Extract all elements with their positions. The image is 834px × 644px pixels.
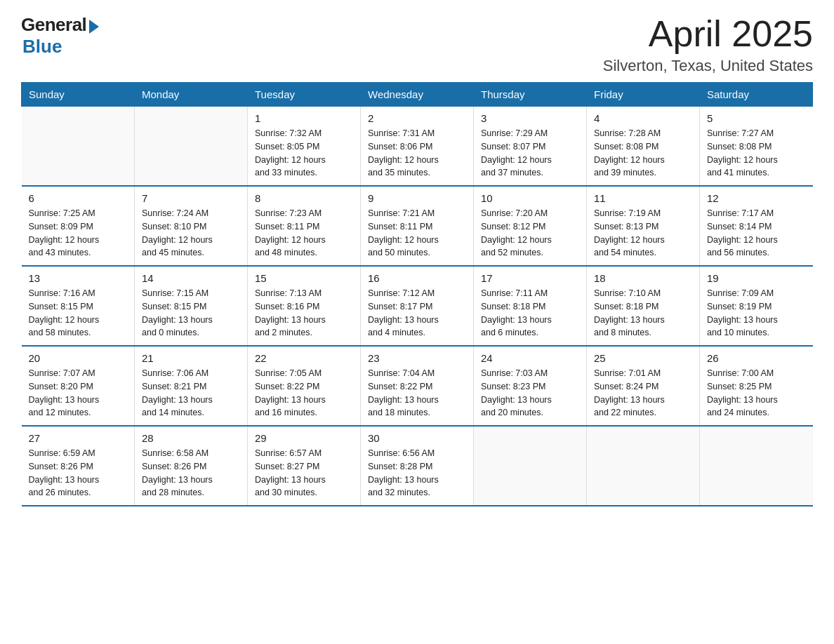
day-number: 8 [255, 192, 353, 204]
calendar-day-cell: 26Sunrise: 7:00 AM Sunset: 8:25 PM Dayli… [700, 346, 813, 426]
day-number: 12 [707, 192, 806, 204]
calendar-day-cell: 15Sunrise: 7:13 AM Sunset: 8:16 PM Dayli… [248, 266, 361, 346]
day-info: Sunrise: 7:21 AM Sunset: 8:11 PM Dayligh… [368, 207, 466, 260]
calendar-day-cell: 7Sunrise: 7:24 AM Sunset: 8:10 PM Daylig… [135, 186, 248, 266]
day-number: 15 [255, 272, 353, 284]
day-number: 19 [707, 272, 806, 284]
day-info: Sunrise: 6:58 AM Sunset: 8:26 PM Dayligh… [142, 447, 240, 499]
month-title: April 2025 [603, 14, 813, 54]
day-number: 23 [368, 352, 466, 364]
day-info: Sunrise: 7:28 AM Sunset: 8:08 PM Dayligh… [594, 127, 692, 180]
calendar-day-cell [700, 426, 813, 506]
day-number: 1 [255, 112, 353, 124]
calendar-day-cell: 21Sunrise: 7:06 AM Sunset: 8:21 PM Dayli… [135, 346, 248, 426]
calendar-day-cell: 16Sunrise: 7:12 AM Sunset: 8:17 PM Dayli… [361, 266, 474, 346]
calendar-week-row: 13Sunrise: 7:16 AM Sunset: 8:15 PM Dayli… [22, 266, 813, 346]
day-info: Sunrise: 7:01 AM Sunset: 8:24 PM Dayligh… [594, 367, 692, 420]
calendar-day-cell: 23Sunrise: 7:04 AM Sunset: 8:22 PM Dayli… [361, 346, 474, 426]
day-number: 29 [255, 432, 353, 444]
day-number: 24 [481, 352, 579, 364]
calendar-day-cell: 30Sunrise: 6:56 AM Sunset: 8:28 PM Dayli… [361, 426, 474, 506]
calendar-day-cell: 10Sunrise: 7:20 AM Sunset: 8:12 PM Dayli… [474, 186, 587, 266]
calendar-header-cell: Sunday [22, 83, 135, 107]
calendar-week-row: 27Sunrise: 6:59 AM Sunset: 8:26 PM Dayli… [22, 426, 813, 506]
day-info: Sunrise: 7:19 AM Sunset: 8:13 PM Dayligh… [594, 207, 692, 260]
calendar-day-cell [587, 426, 700, 506]
day-info: Sunrise: 7:13 AM Sunset: 8:16 PM Dayligh… [255, 287, 353, 340]
calendar-day-cell: 2Sunrise: 7:31 AM Sunset: 8:06 PM Daylig… [361, 107, 474, 187]
calendar-day-cell: 19Sunrise: 7:09 AM Sunset: 8:19 PM Dayli… [700, 266, 813, 346]
calendar-day-cell [135, 107, 248, 187]
day-info: Sunrise: 7:24 AM Sunset: 8:10 PM Dayligh… [142, 207, 240, 260]
calendar-day-cell: 12Sunrise: 7:17 AM Sunset: 8:14 PM Dayli… [700, 186, 813, 266]
day-info: Sunrise: 7:03 AM Sunset: 8:23 PM Dayligh… [481, 367, 579, 420]
day-info: Sunrise: 7:25 AM Sunset: 8:09 PM Dayligh… [29, 207, 128, 260]
day-number: 6 [29, 192, 128, 204]
calendar-day-cell: 20Sunrise: 7:07 AM Sunset: 8:20 PM Dayli… [22, 346, 135, 426]
calendar-header-cell: Wednesday [361, 83, 474, 107]
day-info: Sunrise: 7:07 AM Sunset: 8:20 PM Dayligh… [29, 367, 128, 420]
day-number: 22 [255, 352, 353, 364]
calendar-day-cell: 5Sunrise: 7:27 AM Sunset: 8:08 PM Daylig… [700, 107, 813, 187]
day-number: 4 [594, 112, 692, 124]
calendar-day-cell: 3Sunrise: 7:29 AM Sunset: 8:07 PM Daylig… [474, 107, 587, 187]
day-info: Sunrise: 6:56 AM Sunset: 8:28 PM Dayligh… [368, 447, 466, 499]
day-number: 26 [707, 352, 806, 364]
calendar-day-cell: 29Sunrise: 6:57 AM Sunset: 8:27 PM Dayli… [248, 426, 361, 506]
day-number: 18 [594, 272, 692, 284]
calendar-week-row: 1Sunrise: 7:32 AM Sunset: 8:05 PM Daylig… [22, 107, 813, 187]
day-number: 7 [142, 192, 240, 204]
day-number: 17 [481, 272, 579, 284]
day-number: 9 [368, 192, 466, 204]
day-info: Sunrise: 7:20 AM Sunset: 8:12 PM Dayligh… [481, 207, 579, 260]
logo-arrow-icon [89, 20, 99, 34]
day-info: Sunrise: 7:04 AM Sunset: 8:22 PM Dayligh… [368, 367, 466, 420]
calendar-week-row: 20Sunrise: 7:07 AM Sunset: 8:20 PM Dayli… [22, 346, 813, 426]
calendar-header: SundayMondayTuesdayWednesdayThursdayFrid… [22, 83, 813, 107]
day-number: 21 [142, 352, 240, 364]
calendar-week-row: 6Sunrise: 7:25 AM Sunset: 8:09 PM Daylig… [22, 186, 813, 266]
day-number: 13 [29, 272, 128, 284]
day-info: Sunrise: 7:06 AM Sunset: 8:21 PM Dayligh… [142, 367, 240, 420]
calendar-header-cell: Tuesday [248, 83, 361, 107]
day-info: Sunrise: 7:27 AM Sunset: 8:08 PM Dayligh… [707, 127, 806, 180]
day-info: Sunrise: 7:29 AM Sunset: 8:07 PM Dayligh… [481, 127, 579, 180]
calendar-body: 1Sunrise: 7:32 AM Sunset: 8:05 PM Daylig… [22, 107, 813, 507]
day-info: Sunrise: 6:59 AM Sunset: 8:26 PM Dayligh… [29, 447, 128, 499]
day-info: Sunrise: 7:05 AM Sunset: 8:22 PM Dayligh… [255, 367, 353, 420]
calendar-day-cell: 18Sunrise: 7:10 AM Sunset: 8:18 PM Dayli… [587, 266, 700, 346]
day-info: Sunrise: 7:32 AM Sunset: 8:05 PM Dayligh… [255, 127, 353, 180]
day-number: 25 [594, 352, 692, 364]
calendar-header-cell: Saturday [700, 83, 813, 107]
calendar-day-cell: 25Sunrise: 7:01 AM Sunset: 8:24 PM Dayli… [587, 346, 700, 426]
day-info: Sunrise: 6:57 AM Sunset: 8:27 PM Dayligh… [255, 447, 353, 499]
logo-blue-text: Blue [22, 36, 62, 58]
page-header: General Blue April 2025 Silverton, Texas… [21, 14, 813, 75]
calendar-day-cell [474, 426, 587, 506]
calendar-day-cell: 4Sunrise: 7:28 AM Sunset: 8:08 PM Daylig… [587, 107, 700, 187]
location-title: Silverton, Texas, United States [603, 57, 813, 75]
calendar-day-cell: 14Sunrise: 7:15 AM Sunset: 8:15 PM Dayli… [135, 266, 248, 346]
day-number: 30 [368, 432, 466, 444]
day-number: 2 [368, 112, 466, 124]
calendar-day-cell: 22Sunrise: 7:05 AM Sunset: 8:22 PM Dayli… [248, 346, 361, 426]
day-info: Sunrise: 7:11 AM Sunset: 8:18 PM Dayligh… [481, 287, 579, 340]
title-section: April 2025 Silverton, Texas, United Stat… [603, 14, 813, 75]
day-number: 11 [594, 192, 692, 204]
day-info: Sunrise: 7:17 AM Sunset: 8:14 PM Dayligh… [707, 207, 806, 260]
logo: General Blue [21, 14, 99, 58]
calendar-day-cell: 11Sunrise: 7:19 AM Sunset: 8:13 PM Dayli… [587, 186, 700, 266]
day-info: Sunrise: 7:31 AM Sunset: 8:06 PM Dayligh… [368, 127, 466, 180]
calendar-table: SundayMondayTuesdayWednesdayThursdayFrid… [21, 82, 813, 507]
calendar-day-cell: 27Sunrise: 6:59 AM Sunset: 8:26 PM Dayli… [22, 426, 135, 506]
day-number: 20 [29, 352, 128, 364]
calendar-day-cell: 17Sunrise: 7:11 AM Sunset: 8:18 PM Dayli… [474, 266, 587, 346]
calendar-header-row: SundayMondayTuesdayWednesdayThursdayFrid… [22, 83, 813, 107]
calendar-day-cell: 24Sunrise: 7:03 AM Sunset: 8:23 PM Dayli… [474, 346, 587, 426]
calendar-day-cell: 28Sunrise: 6:58 AM Sunset: 8:26 PM Dayli… [135, 426, 248, 506]
calendar-header-cell: Thursday [474, 83, 587, 107]
calendar-header-cell: Monday [135, 83, 248, 107]
day-info: Sunrise: 7:15 AM Sunset: 8:15 PM Dayligh… [142, 287, 240, 340]
day-number: 3 [481, 112, 579, 124]
day-info: Sunrise: 7:23 AM Sunset: 8:11 PM Dayligh… [255, 207, 353, 260]
